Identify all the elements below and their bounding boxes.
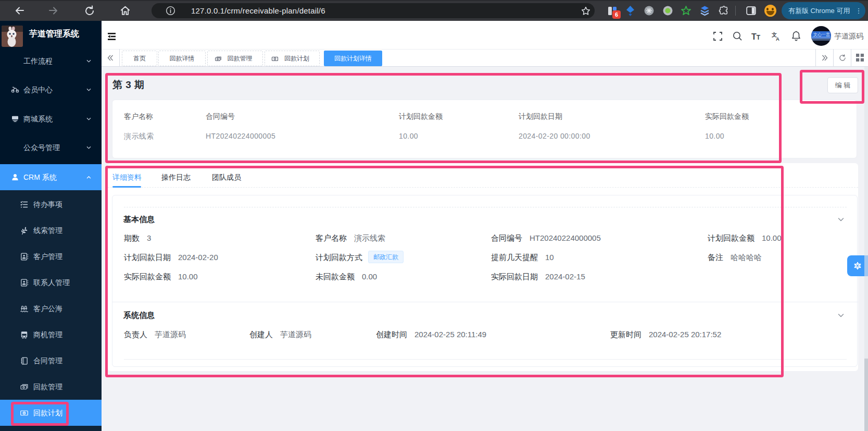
svg-text:A: A xyxy=(776,36,779,41)
